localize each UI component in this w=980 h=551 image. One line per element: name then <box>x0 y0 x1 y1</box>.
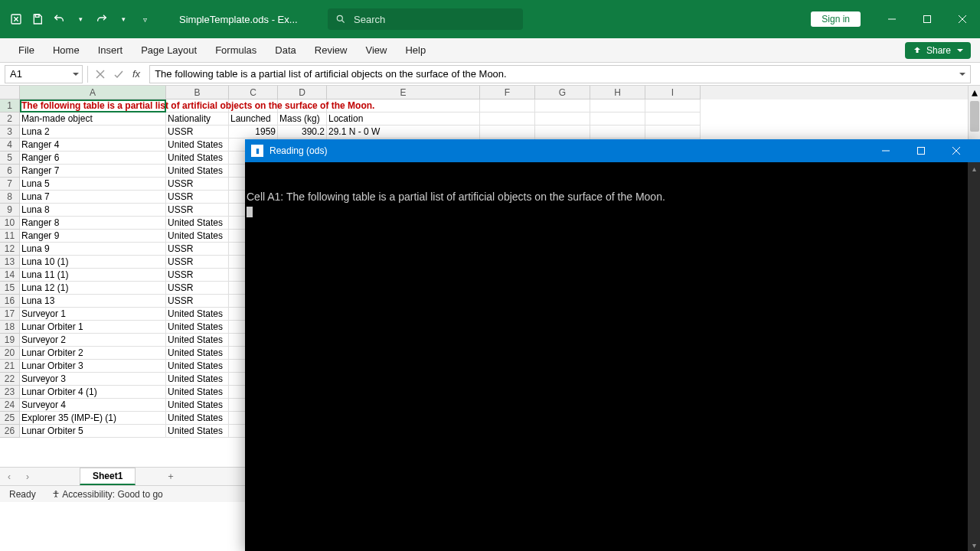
col-header-c[interactable]: C <box>229 86 278 99</box>
cell[interactable] <box>645 126 701 139</box>
signin-button[interactable]: Sign in <box>811 11 861 27</box>
cell[interactable]: Luna 8 <box>20 204 166 217</box>
row-header[interactable]: 23 <box>0 386 20 399</box>
row-header[interactable]: 2 <box>0 112 20 126</box>
add-sheet-button[interactable]: ＋ <box>166 470 175 483</box>
cell[interactable]: Ranger 8 <box>20 217 166 230</box>
row-header[interactable]: 9 <box>0 204 20 217</box>
cell[interactable]: Ranger 7 <box>20 165 166 178</box>
row-header[interactable]: 20 <box>0 347 20 360</box>
row-header[interactable]: 7 <box>0 178 20 191</box>
cell-a1[interactable]: The following table is a partial list of… <box>20 99 166 112</box>
row-header[interactable]: 6 <box>0 165 20 178</box>
cell[interactable]: USSR <box>166 295 229 308</box>
row-header[interactable]: 22 <box>0 373 20 386</box>
name-box[interactable]: A1 <box>5 65 83 83</box>
tab-help[interactable]: Help <box>396 40 435 60</box>
sheet-nav-prev[interactable]: ‹ <box>0 471 18 482</box>
row-header[interactable]: 16 <box>0 295 20 308</box>
cell[interactable]: USSR <box>166 178 229 191</box>
cell[interactable]: Luna 9 <box>20 243 166 256</box>
col-header-d[interactable]: D <box>278 86 327 99</box>
cell[interactable]: Lunar Orbiter 3 <box>20 360 166 373</box>
row-header[interactable]: 8 <box>0 191 20 204</box>
cell[interactable]: Ranger 6 <box>20 152 166 165</box>
row-header[interactable]: 17 <box>0 308 20 321</box>
terminal-scrollbar[interactable]: ▴ ▾ <box>968 162 980 551</box>
col-header-f[interactable]: F <box>480 86 535 99</box>
terminal-body[interactable]: Cell A1: The following table is a partia… <box>245 162 980 551</box>
cell[interactable]: United States <box>166 217 229 230</box>
cell[interactable]: 390.2 <box>278 126 327 139</box>
cell[interactable]: United States <box>166 399 229 412</box>
row-header[interactable]: 4 <box>0 139 20 152</box>
cell[interactable]: USSR <box>166 269 229 282</box>
tab-file[interactable]: File <box>9 40 44 60</box>
cell[interactable]: USSR <box>166 204 229 217</box>
cell[interactable]: Explorer 35 (IMP-E) (1) <box>20 412 166 425</box>
row-header[interactable]: 5 <box>0 152 20 165</box>
terminal-maximize-button[interactable] <box>903 139 939 162</box>
fx-icon[interactable]: fx <box>132 68 140 80</box>
tab-review[interactable]: Review <box>305 40 357 60</box>
close-button[interactable] <box>945 0 980 38</box>
cancel-icon[interactable] <box>96 70 105 79</box>
cell[interactable]: United States <box>166 321 229 334</box>
row-header[interactable]: 10 <box>0 217 20 230</box>
row-header[interactable]: 24 <box>0 399 20 412</box>
cell[interactable]: United States <box>166 386 229 399</box>
cell[interactable]: Ranger 9 <box>20 230 166 243</box>
cell[interactable]: USSR <box>166 243 229 256</box>
cell[interactable]: Ranger 4 <box>20 139 166 152</box>
cell[interactable]: Luna 2 <box>20 126 166 139</box>
terminal-titlebar[interactable]: ▮ Reading (ods) <box>245 139 980 162</box>
cell[interactable]: Lunar Orbiter 1 <box>20 321 166 334</box>
cell[interactable]: United States <box>166 230 229 243</box>
cell[interactable] <box>590 126 645 139</box>
save-icon[interactable] <box>28 9 47 29</box>
undo-icon[interactable] <box>49 9 69 29</box>
cell[interactable]: 29.1 N - 0 W <box>327 126 480 139</box>
qat-customize-icon[interactable]: ▿ <box>135 9 155 29</box>
row-header[interactable]: 12 <box>0 243 20 256</box>
search-box[interactable]: Search <box>328 8 523 30</box>
col-header-g[interactable]: G <box>535 86 590 99</box>
tab-insert[interactable]: Insert <box>89 40 132 60</box>
scroll-thumb[interactable] <box>970 101 979 132</box>
col-header-a[interactable]: A <box>20 86 166 99</box>
cell[interactable]: Lunar Orbiter 4 (1) <box>20 386 166 399</box>
terminal-close-button[interactable] <box>939 139 974 162</box>
cell[interactable]: Surveyor 2 <box>20 334 166 347</box>
tab-view[interactable]: View <box>356 40 396 60</box>
row-header[interactable]: 19 <box>0 334 20 347</box>
cell[interactable]: Luna 11 (1) <box>20 269 166 282</box>
redo-dropdown-icon[interactable]: ▾ <box>113 9 133 29</box>
sheet-tab[interactable]: Sheet1 <box>80 468 136 485</box>
cell[interactable]: Surveyor 3 <box>20 373 166 386</box>
row-header[interactable]: 11 <box>0 230 20 243</box>
maximize-button[interactable] <box>910 0 945 38</box>
cell[interactable] <box>535 126 590 139</box>
row-header[interactable]: 21 <box>0 360 20 373</box>
row-header[interactable]: 26 <box>0 425 20 438</box>
cell[interactable]: United States <box>166 347 229 360</box>
row-header[interactable]: 14 <box>0 269 20 282</box>
cell[interactable]: United States <box>166 360 229 373</box>
tab-home[interactable]: Home <box>44 40 89 60</box>
cell[interactable]: United States <box>166 152 229 165</box>
col-header-b[interactable]: B <box>166 86 229 99</box>
cell[interactable]: United States <box>166 308 229 321</box>
row-header[interactable]: 3 <box>0 126 20 139</box>
cell[interactable]: Surveyor 4 <box>20 399 166 412</box>
cell[interactable]: USSR <box>166 191 229 204</box>
col-header-i[interactable]: I <box>645 86 701 99</box>
cell[interactable]: Luna 13 <box>20 295 166 308</box>
cell[interactable]: Luna 12 (1) <box>20 282 166 295</box>
select-all-corner[interactable] <box>0 86 20 99</box>
sheet-nav-next[interactable]: › <box>18 471 37 482</box>
row-header[interactable]: 13 <box>0 256 20 269</box>
cell[interactable]: USSR <box>166 126 229 139</box>
minimize-button[interactable] <box>874 0 910 38</box>
cell[interactable] <box>480 126 535 139</box>
cell[interactable]: United States <box>166 373 229 386</box>
